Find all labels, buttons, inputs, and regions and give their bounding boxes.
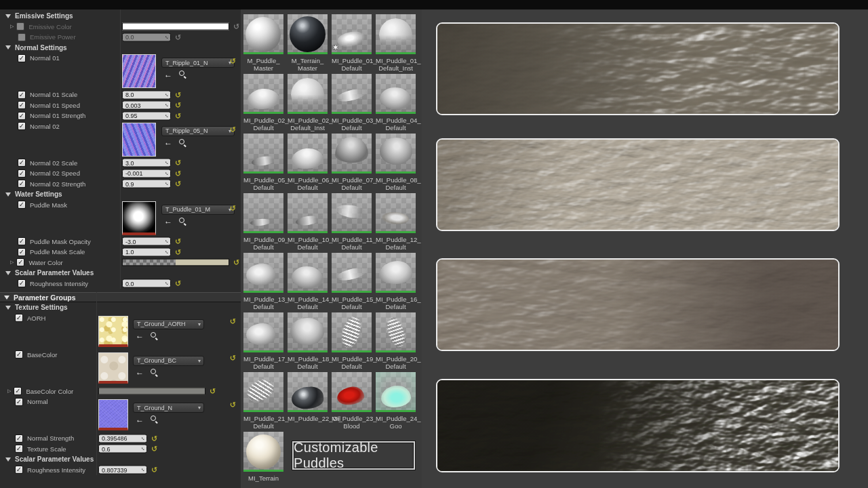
asset-tile-mi-puddle-16-default[interactable]: MI_Puddle_16_Default xyxy=(376,253,416,310)
asset-tile-mi-puddle-08-default[interactable]: MI_Puddle_08_Default xyxy=(376,134,416,191)
checkbox-puddle-mask[interactable]: ✓ xyxy=(18,201,26,209)
drag-handle-icon[interactable]: ↕ xyxy=(138,465,147,474)
use-selected-icon[interactable]: ← xyxy=(164,71,172,78)
checkbox-normal-01-speed[interactable]: ✓ xyxy=(18,101,26,109)
reset-icon[interactable]: ↺ xyxy=(151,466,157,474)
reset-icon[interactable]: ↺ xyxy=(230,401,236,409)
checkbox-normal-02-speed[interactable]: ✓ xyxy=(18,169,26,178)
reset-icon[interactable]: ↺ xyxy=(230,205,236,212)
checkbox-normal-02[interactable]: ✓ xyxy=(18,122,26,130)
value-field-puddle-mask-opacity[interactable]: -3.0↕ xyxy=(122,237,171,246)
asset-tile-mi-puddle-04-default[interactable]: MI_Puddle_04_Default xyxy=(376,74,416,131)
reset-icon[interactable]: ↺ xyxy=(210,388,216,395)
find-in-browser-icon[interactable] xyxy=(151,369,158,376)
checkbox-normal-02-scale[interactable]: ✓ xyxy=(18,159,26,167)
asset-tile-mi-puddle-17-default[interactable]: MI_Puddle_17_Default xyxy=(243,312,283,370)
drag-handle-icon[interactable]: ↕ xyxy=(161,179,171,188)
asset-tile-m-terrain-master[interactable]: M_Terrain_Master xyxy=(288,14,328,72)
asset-tile-mi-puddle-19-default[interactable]: MI_Puddle_19_Default xyxy=(332,312,372,370)
drag-handle-icon[interactable]: ↕ xyxy=(161,158,171,167)
find-in-browser-icon[interactable] xyxy=(151,332,158,340)
checkbox-emissive-color[interactable] xyxy=(16,22,24,30)
use-selected-icon[interactable]: ← xyxy=(136,416,144,423)
asset-tile-mi-puddle-09-default[interactable]: MI_Puddle_09_Default xyxy=(243,193,283,251)
checkbox-basecolor-color[interactable]: ✓ xyxy=(14,387,22,395)
asset-tile-mi-puddle-15-default[interactable]: MI_Puddle_15_Default xyxy=(332,253,372,310)
asset-tile-mi-terrain[interactable]: MI_Terrain xyxy=(243,432,283,488)
drag-handle-icon[interactable]: ↕ xyxy=(161,111,171,121)
asset-tile-mi-puddle-06-default[interactable]: MI_Puddle_06_Default xyxy=(288,134,328,191)
asset-tile-mi-puddle-05-default[interactable]: MI_Puddle_05_Default xyxy=(243,134,283,191)
reset-icon[interactable]: ↺ xyxy=(230,126,236,134)
drag-handle-icon[interactable]: ↕ xyxy=(161,90,171,100)
checkbox-aorh[interactable]: ✓ xyxy=(15,314,23,322)
reset-icon[interactable]: ↺ xyxy=(175,169,181,177)
find-in-browser-icon[interactable] xyxy=(179,70,186,78)
find-in-browser-icon[interactable] xyxy=(151,415,158,423)
value-field-normal-strength[interactable]: 0.395486↕ xyxy=(98,434,147,443)
reset-icon[interactable]: ↺ xyxy=(175,238,181,245)
checkbox-roughness-intensity[interactable]: ✓ xyxy=(15,466,23,474)
checkbox-emissive-power[interactable] xyxy=(18,33,26,41)
texture-thumbnail-t-ripple-01-n[interactable] xyxy=(122,54,156,88)
asset-tile-mi-puddle-20-default[interactable]: MI_Puddle_20_Default xyxy=(376,312,416,370)
asset-tile-mi-puddle-01-default-inst[interactable]: MI_Puddle_01_Default_Inst xyxy=(376,14,416,72)
value-field-normal-01-strength[interactable]: 0.95↕ xyxy=(122,111,171,120)
texture-thumbnail-t-puddle-01-m[interactable] xyxy=(122,201,156,235)
color-swatch-water-color[interactable] xyxy=(122,259,229,266)
reset-icon[interactable]: ↺ xyxy=(151,434,157,442)
texture-thumbnail-t-ground-aorh[interactable] xyxy=(98,316,128,347)
find-in-browser-icon[interactable] xyxy=(179,139,186,146)
use-selected-icon[interactable]: ← xyxy=(136,332,144,339)
drag-handle-icon[interactable]: ↕ xyxy=(161,169,171,178)
asset-tile-m-puddle-master[interactable]: M_Puddle_Master xyxy=(243,14,283,72)
checkbox-puddle-mask-scale[interactable]: ✓ xyxy=(18,248,26,256)
checkbox-normal-02-strength[interactable]: ✓ xyxy=(18,180,26,188)
asset-dropdown-t-puddle-01-m[interactable]: T_Puddle_01_M▾ xyxy=(161,205,235,215)
asset-tile-mi-puddle-12-default[interactable]: MI_Puddle_12_Default xyxy=(376,193,416,251)
value-field-roughness-intensity[interactable]: 0.0↕ xyxy=(122,279,171,288)
drag-handle-icon[interactable]: ↕ xyxy=(161,247,171,257)
header-row-scalar-parameter-values[interactable]: Scalar Parameter Values xyxy=(0,268,241,279)
reset-icon[interactable]: ↺ xyxy=(230,58,236,65)
checkbox-roughness-intensity[interactable]: ✓ xyxy=(18,279,26,287)
group-header-parameter-groups[interactable]: Parameter Groups xyxy=(0,292,241,302)
value-field-normal-01-speed[interactable]: 0.003↕ xyxy=(122,101,171,110)
checkbox-puddle-mask-opacity[interactable]: ✓ xyxy=(18,237,26,245)
asset-tile-mi-puddle-13-default[interactable]: MI_Puddle_13_Default xyxy=(243,253,283,310)
texture-thumbnail-t-ripple-05-n[interactable] xyxy=(122,123,156,157)
find-in-browser-icon[interactable] xyxy=(179,218,186,225)
asset-tile-mi-puddle-02-default-inst[interactable]: MI_Puddle_02_Default_Inst xyxy=(288,74,328,131)
checkbox-water-color[interactable]: ✓ xyxy=(16,258,24,266)
expander-icon[interactable]: ▷ xyxy=(7,388,11,394)
drag-handle-icon[interactable]: ↕ xyxy=(138,434,147,443)
value-field-normal-02-speed[interactable]: -0.001↕ xyxy=(122,169,171,178)
drag-handle-icon[interactable]: ↕ xyxy=(161,100,171,110)
asset-tile-mi-puddle-07-default[interactable]: MI_Puddle_07_Default xyxy=(332,134,372,191)
checkbox-normal-strength[interactable]: ✓ xyxy=(15,434,23,443)
asset-tile-mi-puddle-02-default[interactable]: MI_Puddle_02_Default xyxy=(243,74,283,131)
checkbox-normal[interactable]: ✓ xyxy=(15,398,23,406)
checkbox-normal-01-scale[interactable]: ✓ xyxy=(18,91,26,99)
header-row-texture-settings[interactable]: Texture Settings xyxy=(0,302,241,313)
asset-tile-mi-puddle-14-default[interactable]: MI_Puddle_14_Default xyxy=(288,253,328,310)
value-field-puddle-mask-scale[interactable]: 1.0↕ xyxy=(122,247,171,256)
expander-icon[interactable]: ▷ xyxy=(10,24,14,29)
texture-thumbnail-t-ground-bc[interactable] xyxy=(98,352,128,384)
reset-icon[interactable]: ↺ xyxy=(175,280,181,287)
reset-icon[interactable]: ↺ xyxy=(230,318,236,325)
value-field-normal-02-scale[interactable]: 3.0↕ xyxy=(122,159,171,167)
value-field-texture-scale[interactable]: 0.6↕ xyxy=(98,445,147,453)
asset-tile-mi-puddle-11-default[interactable]: MI_Puddle_11_Default xyxy=(332,193,372,251)
value-field-normal-02-strength[interactable]: 0.9↕ xyxy=(122,180,171,188)
reset-icon[interactable]: ↺ xyxy=(175,180,181,188)
header-row-normal-settings[interactable]: Normal Settings xyxy=(0,43,241,54)
asset-tile-mi-puddle-22-oil[interactable]: MI_Puddle_22_Oil xyxy=(288,372,328,430)
asset-tile-mi-puddle-21-default[interactable]: MI_Puddle_21_Default xyxy=(243,372,283,430)
use-selected-icon[interactable]: ← xyxy=(164,139,172,146)
color-swatch-basecolor-color[interactable] xyxy=(98,388,205,395)
asset-dropdown-t-ground-bc[interactable]: T_Ground_BC▾ xyxy=(133,356,204,366)
use-selected-icon[interactable]: ← xyxy=(136,369,144,375)
asset-dropdown-t-ripple-01-n[interactable]: T_Ripple_01_N▾ xyxy=(161,58,235,68)
reset-icon[interactable]: ↺ xyxy=(151,445,157,453)
